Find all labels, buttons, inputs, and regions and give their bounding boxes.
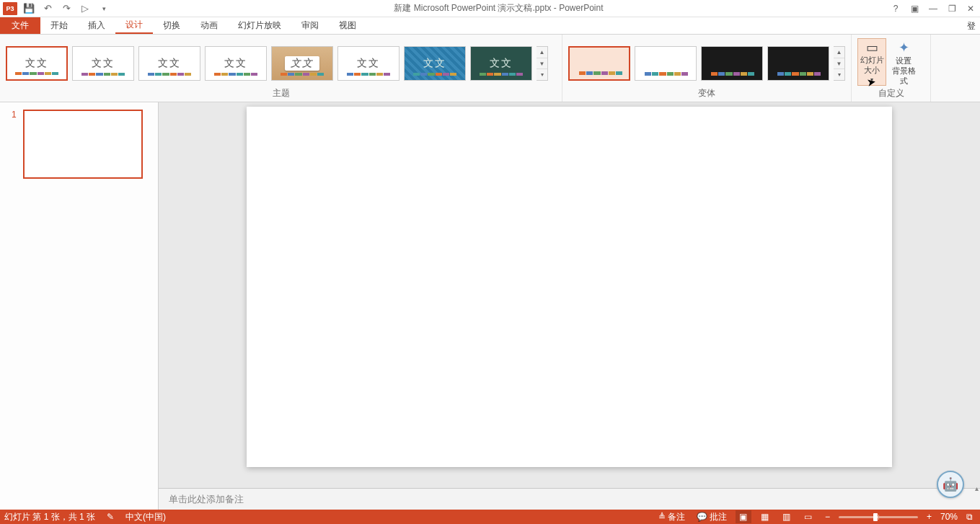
themes-gallery: 文文 文文 文文 文文 文文 文文 文文 文文 ▲ ▼ ▾ bbox=[0, 35, 562, 87]
tab-view[interactable]: 视图 bbox=[329, 17, 366, 34]
gallery-scroll-down[interactable]: ▼ bbox=[537, 58, 547, 68]
theme-item[interactable]: 文文 bbox=[271, 46, 333, 81]
gallery-scroll-up[interactable]: ▲ bbox=[834, 47, 844, 58]
zoom-slider-thumb[interactable] bbox=[873, 513, 878, 521]
qat-more-button[interactable]: ▾ bbox=[97, 1, 111, 16]
ribbon-tabs: 文件 开始 插入 设计 切换 动画 幻灯片放映 审阅 视图 登 bbox=[0, 17, 980, 35]
assistant-avatar[interactable]: 🤖 bbox=[937, 471, 964, 498]
theme-office[interactable]: 文文 bbox=[6, 46, 68, 81]
tab-insert[interactable]: 插入 bbox=[78, 17, 115, 34]
variant-item[interactable] bbox=[767, 46, 829, 81]
slide-size-icon: ▭ bbox=[864, 42, 880, 53]
group-label-themes: 主题 bbox=[0, 87, 562, 102]
comments-toggle-button[interactable]: 💬批注 bbox=[694, 510, 730, 524]
zoom-out-button[interactable]: − bbox=[822, 510, 833, 524]
group-variants: ▲ ▼ ▾ 变体 bbox=[562, 35, 852, 102]
start-slideshow-button[interactable]: ▷ bbox=[78, 1, 92, 16]
tab-file[interactable]: 文件 bbox=[0, 17, 40, 34]
assistant-face-icon: 🤖 bbox=[943, 476, 958, 492]
slide-sorter-view-button[interactable]: ▦ bbox=[757, 510, 773, 523]
spellcheck-status[interactable]: ✎ bbox=[104, 510, 117, 524]
fit-to-window-button[interactable]: ⧉ bbox=[963, 510, 976, 524]
zoom-level[interactable]: 70% bbox=[940, 512, 958, 522]
slide-size-label: 幻灯片 大小 bbox=[860, 55, 884, 75]
variant-item[interactable] bbox=[701, 46, 763, 81]
variants-gallery: ▲ ▼ ▾ bbox=[562, 35, 851, 87]
title-bar: P3 💾 ↶ ↷ ▷ ▾ 新建 Microsoft PowerPoint 演示文… bbox=[0, 0, 980, 17]
variants-gallery-scroller: ▲ ▼ ▾ bbox=[834, 46, 845, 81]
variant-item[interactable] bbox=[568, 46, 630, 81]
notes-icon: ≜ bbox=[658, 512, 666, 522]
themes-gallery-scroller: ▲ ▼ ▾ bbox=[537, 46, 548, 81]
slide-count-status: 幻灯片 第 1 张，共 1 张 bbox=[4, 511, 95, 523]
slideshow-view-button[interactable]: ▭ bbox=[800, 510, 816, 523]
theme-item[interactable]: 文文 bbox=[138, 46, 200, 81]
tab-review[interactable]: 审阅 bbox=[291, 17, 329, 34]
status-bar: 幻灯片 第 1 张，共 1 张 ✎ 中文(中国) ≜备注 💬批注 ▣ ▦ ▥ ▭… bbox=[0, 510, 980, 524]
theme-item[interactable]: 文文 bbox=[404, 46, 466, 81]
app-icon: P3 bbox=[3, 2, 17, 15]
tab-home[interactable]: 开始 bbox=[40, 17, 78, 34]
zoom-slider[interactable] bbox=[839, 516, 918, 518]
redo-button[interactable]: ↷ bbox=[59, 1, 74, 16]
gallery-scroll-down[interactable]: ▼ bbox=[834, 58, 844, 68]
theme-item[interactable]: 文文 bbox=[470, 46, 532, 81]
theme-item[interactable]: 文文 bbox=[72, 46, 134, 81]
notes-toggle-button[interactable]: ≜备注 bbox=[655, 510, 688, 524]
save-button[interactable]: 💾 bbox=[22, 1, 36, 16]
theme-item[interactable]: 文文 bbox=[205, 46, 267, 81]
format-background-icon: ✦ bbox=[896, 41, 911, 54]
slide-number: 1 bbox=[12, 110, 19, 179]
restore-button[interactable]: ❐ bbox=[943, 1, 961, 17]
group-label-variants: 变体 bbox=[562, 87, 851, 102]
chevron-down-icon: ▾ bbox=[870, 75, 873, 85]
notes-resize-handle[interactable]: ▴ bbox=[975, 484, 979, 492]
minimize-button[interactable]: — bbox=[924, 1, 943, 17]
group-label-customize: 自定义 bbox=[852, 87, 930, 102]
theme-item[interactable]: 文文 bbox=[337, 46, 399, 81]
help-button[interactable]: ? bbox=[886, 1, 905, 17]
theme-sample-text: 文文 bbox=[25, 57, 48, 70]
tab-animations[interactable]: 动画 bbox=[190, 17, 228, 34]
format-background-button[interactable]: ✦ 设置 背景格式 bbox=[889, 38, 918, 86]
comments-icon: 💬 bbox=[697, 512, 707, 522]
editor-area: 单击此处添加备注 ▴ bbox=[159, 102, 980, 510]
workspace: 1 单击此处添加备注 ▴ bbox=[0, 102, 980, 510]
tab-design[interactable]: 设计 bbox=[115, 17, 153, 34]
reading-view-button[interactable]: ▥ bbox=[779, 510, 795, 523]
undo-button[interactable]: ↶ bbox=[40, 1, 55, 16]
gallery-scroll-up[interactable]: ▲ bbox=[537, 47, 547, 58]
slide-size-button[interactable]: ▭ 幻灯片 大小 ▾ bbox=[857, 38, 886, 86]
window-controls: ? ▣ — ❐ ✕ bbox=[886, 1, 980, 17]
ribbon: 文文 文文 文文 文文 文文 文文 文文 文文 ▲ ▼ ▾ 主题 ▲ bbox=[0, 35, 980, 102]
slide-thumbnail-panel[interactable]: 1 bbox=[0, 102, 159, 510]
ribbon-display-options-button[interactable]: ▣ bbox=[905, 1, 924, 17]
group-customize: ▭ 幻灯片 大小 ▾ ✦ 设置 背景格式 自定义 bbox=[852, 35, 931, 102]
gallery-expand[interactable]: ▾ bbox=[834, 68, 844, 79]
tab-transitions[interactable]: 切换 bbox=[153, 17, 190, 34]
close-button[interactable]: ✕ bbox=[961, 1, 980, 17]
notes-pane[interactable]: 单击此处添加备注 ▴ bbox=[159, 488, 980, 510]
quick-access-toolbar: P3 💾 ↶ ↷ ▷ ▾ bbox=[0, 1, 111, 16]
sign-in-link[interactable]: 登 bbox=[967, 20, 976, 32]
gallery-expand[interactable]: ▾ bbox=[537, 68, 547, 79]
variant-item[interactable] bbox=[635, 46, 697, 81]
slide-canvas-area[interactable] bbox=[159, 102, 980, 488]
tab-slideshow[interactable]: 幻灯片放映 bbox=[228, 17, 291, 34]
zoom-in-button[interactable]: + bbox=[924, 510, 935, 524]
language-status[interactable]: 中文(中国) bbox=[125, 511, 166, 523]
normal-view-button[interactable]: ▣ bbox=[736, 510, 751, 523]
notes-placeholder: 单击此处添加备注 bbox=[169, 493, 244, 506]
format-background-label: 设置 背景格式 bbox=[889, 55, 918, 86]
slide-canvas[interactable] bbox=[247, 107, 892, 467]
slide-thumbnail-item[interactable]: 1 bbox=[12, 110, 158, 179]
slide-thumbnail[interactable] bbox=[23, 110, 143, 179]
group-themes: 文文 文文 文文 文文 文文 文文 文文 文文 ▲ ▼ ▾ 主题 bbox=[0, 35, 562, 102]
window-title: 新建 Microsoft PowerPoint 演示文稿.pptx - Powe… bbox=[111, 2, 886, 14]
